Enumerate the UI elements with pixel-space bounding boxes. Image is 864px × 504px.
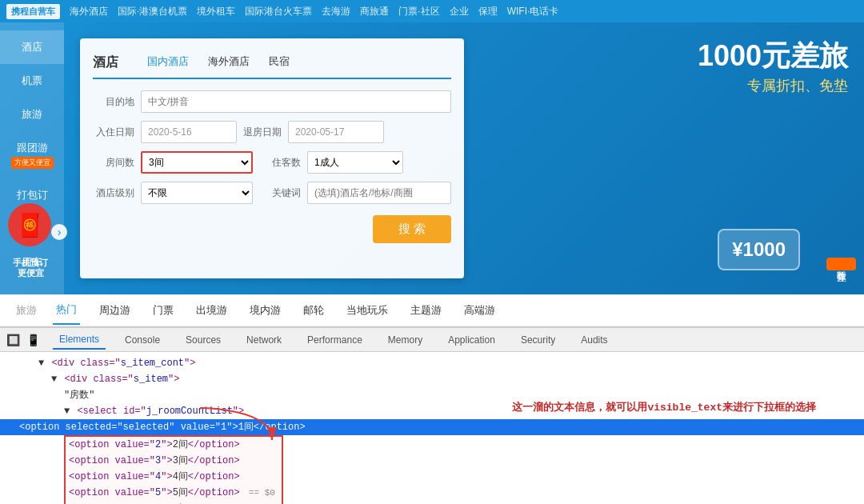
dt-arrow-icon-3[interactable]: ▼ [64,406,70,417]
devtools-tab-network[interactable]: Network [240,331,288,349]
destination-label: 目的地 [93,95,134,109]
checkout-input[interactable] [288,121,384,143]
hand-prebook-label: 手机预订更便宜 [3,258,58,278]
nav-item-ticket[interactable]: 门票·社区 [398,5,439,18]
level-keyword-row: 酒店级别 不限 五星/豪华 四星/高档 三星/舒适 关键词 [93,182,451,204]
panel-tabs: 酒店 国内酒店 海外酒店 民宿 [93,51,451,79]
bottom-nav-cruise[interactable]: 邮轮 [300,297,327,324]
dt-line-option-4[interactable]: <option value="4">4间</option> [66,469,282,485]
devtools-device-icon[interactable]: 📱 [26,334,40,346]
annotation-text: 这一溜的文本信息，就可以用visible_text来进行下拉框的选择 [512,400,816,414]
nav-item-enterprise[interactable]: 企业 [450,5,469,18]
bottom-nav-hot[interactable]: 热门 [53,296,80,325]
bottom-nav-domestic[interactable]: 境内游 [246,297,284,324]
hotel-level-select[interactable]: 不限 五星/豪华 四星/高档 三星/舒适 [141,182,253,204]
devtools-tab-security[interactable]: Security [514,331,562,349]
bottom-nav-local[interactable]: 当地玩乐 [343,297,391,324]
highlighted-options-box: <option value="2">2间</option> <option va… [64,435,283,504]
keyword-input[interactable] [307,182,451,204]
promo-main-text: 1000元差旅 [698,38,848,73]
rooms-row: 房间数 1间 2间 3间 4间 5间 6间 7间 8间 9间 10间 住客数 1… [93,151,451,174]
devtools-tab-application[interactable]: Application [442,331,502,349]
devtools-tab-sources[interactable]: Sources [179,331,227,349]
dt-line-option-6[interactable]: <option value="6">6间</option> [66,501,282,504]
sidebar-item-hotel[interactable]: 酒店 [0,30,64,64]
nav-item-intl-ticket[interactable]: 国际·港澳台机票 [118,5,187,18]
hotel-level-label: 酒店级别 [93,186,134,200]
dt-line-option-5[interactable]: <option value="5">5间</option> == $0 [66,485,282,501]
arrow-right-icon[interactable]: › [51,224,67,240]
sidebar-item-group-tour[interactable]: 跟团游 方便又便宜 [0,131,64,178]
bottom-nav-outbound[interactable]: 出境游 [193,297,230,324]
devtools-toolbar: 🔲 📱 Elements Console Sources Network Per… [0,328,864,352]
dt-line-option-1[interactable]: <option selected="selected" value="1">1间… [0,419,864,435]
dt-arrow-icon-2[interactable]: ▼ [51,374,57,385]
try-now-button[interactable]: 立即体验 [826,258,856,270]
date-separator: 退房日期 [243,126,282,139]
search-row: 搜 索 [93,212,451,243]
devtools-panel: 🔲 📱 Elements Console Sources Network Per… [0,326,864,504]
tab-domestic-hotel[interactable]: 国内酒店 [138,51,198,79]
group-tour-badge: 方便又便宜 [11,157,54,169]
nav-item-wifi[interactable]: WIFI·电话卡 [507,5,559,18]
bottom-nav-travel-label: 旅游 [16,303,37,318]
dates-row: 入住日期 退房日期 [93,121,451,143]
bottom-nav-nearby[interactable]: 周边游 [96,297,134,324]
guests-label: 住客数 [259,156,301,170]
dt-line-option-2[interactable]: <option value="2">2间</option> [66,437,282,453]
devtools-inspect-icon[interactable]: 🔲 [6,334,20,346]
tab-bnb[interactable]: 民宿 [259,51,299,78]
search-button[interactable]: 搜 索 [373,215,451,243]
checkin-input[interactable] [141,121,237,143]
hotel-main-label: 酒店 [93,51,131,78]
rooms-select[interactable]: 1间 2间 3间 4间 5间 6间 7间 8间 9间 10间 [141,151,253,174]
promo-card: ¥1000 [718,229,800,270]
devtools-tab-console[interactable]: Console [118,331,166,349]
rooms-label: 房间数 [93,156,134,170]
devtools-tab-elements[interactable]: Elements [53,330,106,350]
dt-line-div-item[interactable]: ▼ <div class="s_item"> [0,371,864,387]
main-booking-area: 酒店 机票 旅游 跟团游 方便又便宜 打包订 火车 用车 🧧 手机预订更便宜 ›… [0,22,864,294]
nav-item-overseas-hotel[interactable]: 海外酒店 [70,5,108,18]
tab-overseas-hotel[interactable]: 海外酒店 [198,51,259,78]
logo[interactable]: 携程自营车 [6,4,60,19]
devtools-tab-memory[interactable]: Memory [382,331,429,349]
devtools-content: 这一溜的文本信息，就可以用visible_text来进行下拉框的选择 ▼ <di… [0,352,864,504]
checkin-label: 入住日期 [93,126,134,139]
bottom-nav-luxury[interactable]: 高端游 [461,297,498,324]
bottom-nav-theme[interactable]: 主题游 [407,297,445,324]
nav-item-cruise[interactable]: 去海游 [322,5,350,18]
promo-sub-text: 专属折扣、免垫 [747,76,848,95]
dt-arrow-icon[interactable]: ▼ [38,358,44,369]
devtools-tab-audits[interactable]: Audits [574,331,614,349]
promo-area: 1000元差旅 专属折扣、免垫 ¥1000 立即体验 [464,22,864,294]
devtools-tab-performance[interactable]: Performance [301,331,369,349]
destination-input[interactable] [141,90,451,113]
nav-item-biz[interactable]: 商旅通 [360,5,389,18]
nav-item-intl-train[interactable]: 国际港台火车票 [245,5,312,18]
top-navigation: 携程自营车 海外酒店 国际·港澳台机票 境外租车 国际港台火车票 去海游 商旅通… [0,0,864,22]
sidebar-item-travel[interactable]: 旅游 [0,98,64,131]
nav-item-insurance[interactable]: 保理 [478,5,498,18]
devtools-icons: 🔲 📱 [6,334,40,346]
dt-line-option-3[interactable]: <option value="3">3间</option> [66,453,282,469]
bottom-navigation: 旅游 热门 周边游 门票 出境游 境内游 邮轮 当地玩乐 主题游 高端游 [0,294,864,326]
nav-item-overseas-car[interactable]: 境外租车 [197,5,235,18]
hand-prebook-icon: 🧧 [8,203,51,246]
sidebar-item-flight[interactable]: 机票 [0,64,64,98]
booking-panel: 酒店 国内酒店 海外酒店 民宿 目的地 入住日期 退房日期 房间数 1间 2间 … [80,38,464,278]
guests-select[interactable]: 1成人 2成人 3成人 [307,151,403,174]
devtools-code-panel: 这一溜的文本信息，就可以用visible_text来进行下拉框的选择 ▼ <di… [0,352,864,504]
left-sidebar: 酒店 机票 旅游 跟团游 方便又便宜 打包订 火车 用车 🧧 手机预订更便宜 › [0,22,64,294]
keyword-label: 关键词 [259,186,301,200]
dt-line-div-item-cont[interactable]: ▼ <div class="s_item_cont"> [0,355,864,371]
destination-row: 目的地 [93,90,451,113]
bottom-nav-ticket[interactable]: 门票 [150,297,177,324]
